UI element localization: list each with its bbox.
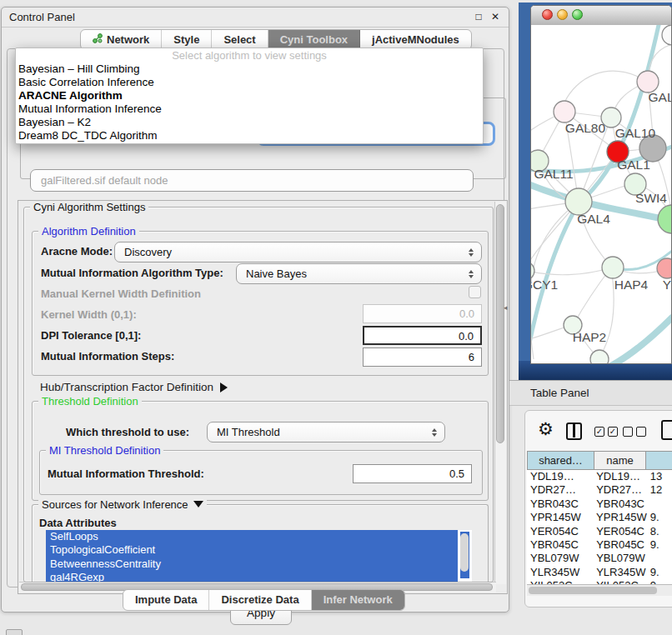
- dropdown-item-selected[interactable]: ARACNE Algorithm: [16, 89, 483, 102]
- split-columns-icon[interactable]: [566, 422, 582, 440]
- mi-threshold-field[interactable]: 0.5: [353, 464, 472, 483]
- which-threshold-label: Which threshold to use:: [66, 426, 189, 438]
- mi-steps-label: Mutual Information Steps:: [41, 350, 174, 362]
- unchecked-checkbox-icon[interactable]: [623, 427, 633, 437]
- tab-discretize-data[interactable]: Discretize Data: [209, 590, 311, 610]
- network-canvas[interactable]: GAL GAL80 GAL10 GAL1 GAL11 SWI4 GAL4 GCY…: [531, 25, 672, 364]
- mi-steps-field[interactable]: 6: [363, 348, 482, 367]
- node-label: GAL10: [615, 126, 656, 140]
- node-bottom-partial[interactable]: [590, 350, 609, 364]
- table-row[interactable]: YBL079WYBL079W: [527, 552, 672, 565]
- mi-algorithm-type-combo[interactable]: Naive Bayes: [236, 263, 482, 284]
- close-window-icon[interactable]: ✕: [489, 10, 502, 23]
- node-green-partial[interactable]: [658, 205, 672, 233]
- data-attributes-list[interactable]: SelfLoops TopologicalCoefficient Between…: [46, 530, 472, 582]
- network-source-combo[interactable]: galFiltered.sif default node: [30, 169, 474, 192]
- cell: YLR345W: [594, 566, 647, 579]
- cell: YDR27…: [527, 483, 594, 497]
- tab-style[interactable]: Style: [162, 30, 212, 49]
- stepper-icon: [428, 428, 441, 437]
- table-horizontal-scrollbar[interactable]: [527, 584, 672, 596]
- checked-checkbox-icon[interactable]: ✓: [608, 427, 618, 437]
- node-label: HAP2: [573, 330, 607, 344]
- document-icon[interactable]: [661, 420, 672, 440]
- cell: YDL19…: [527, 470, 594, 483]
- table-panel-bar: Table Panel: [509, 380, 672, 406]
- threshold-definition-title: Threshold Definition: [38, 395, 142, 408]
- bottom-left-button[interactable]: [6, 629, 23, 635]
- table-row[interactable]: YER054CYER054C8.: [527, 525, 672, 538]
- table-horizontal-scrollbar-thumb[interactable]: [529, 587, 657, 594]
- node-label: Y: [663, 278, 671, 292]
- panel-divider-handle[interactable]: ◂: [504, 303, 508, 312]
- cell: YBR045C: [594, 538, 647, 552]
- cell: [647, 552, 672, 565]
- tab-jactivemnodules[interactable]: jActiveMNodules: [360, 30, 471, 49]
- minimize-traffic-light-icon[interactable]: [557, 9, 568, 20]
- tab-network[interactable]: Network: [81, 30, 162, 49]
- float-window-icon[interactable]: □: [472, 10, 485, 23]
- cell: 12: [647, 483, 672, 497]
- table-header: shared… name: [527, 451, 672, 470]
- zoom-traffic-light-icon[interactable]: [572, 9, 583, 20]
- table-row[interactable]: YLR345WYLR345W9.: [527, 566, 672, 579]
- tab-infer-network[interactable]: Infer Network: [312, 590, 404, 610]
- checked-checkbox-icon[interactable]: ✓: [594, 427, 604, 437]
- dropdown-item[interactable]: Basic Correlation Inference: [16, 76, 483, 89]
- list-item[interactable]: SelfLoops: [46, 530, 458, 543]
- list-item[interactable]: BetweennessCentrality: [46, 558, 458, 571]
- dpi-tolerance-field[interactable]: 0.0: [363, 326, 482, 345]
- node-hap4[interactable]: [602, 257, 624, 278]
- list-scrollbar[interactable]: [460, 532, 469, 578]
- dropdown-item[interactable]: Mutual Information Inference: [16, 102, 483, 116]
- vertical-scrollbar-thumb[interactable]: [496, 204, 504, 443]
- node-label: GAL4: [577, 212, 610, 226]
- table-row[interactable]: YBR045CYBR045C9.: [527, 538, 672, 552]
- table-row[interactable]: YDR27…YDR27…12: [527, 483, 672, 497]
- gear-icon[interactable]: ⚙: [538, 420, 554, 438]
- dropdown-item[interactable]: Bayesian – K2: [16, 116, 483, 129]
- collapse-down-icon: [193, 501, 203, 508]
- table-rows[interactable]: YDL19…YDL19…13 YDR27…YDR27…12 YBR043CYBR…: [527, 470, 672, 584]
- dropdown-item[interactable]: Bayesian – Hill Climbing: [16, 62, 483, 76]
- list-scrollbar-thumb[interactable]: [460, 533, 469, 572]
- tab-style-label: Style: [173, 31, 199, 49]
- unchecked-checkbox-icon[interactable]: [636, 427, 646, 437]
- cell: YBR043C: [527, 498, 594, 511]
- aracne-mode-value: Discovery: [115, 246, 464, 258]
- network-graph: GAL GAL80 GAL10 GAL1 GAL11 SWI4 GAL4 GCY…: [531, 25, 672, 364]
- cell: YBL079W: [527, 552, 594, 565]
- close-traffic-light-icon[interactable]: [542, 9, 553, 20]
- vertical-scrollbar[interactable]: [494, 202, 506, 584]
- tab-cyni-toolbox[interactable]: Cyni Toolbox: [268, 30, 360, 49]
- tab-select[interactable]: Select: [212, 30, 268, 49]
- kernel-width-field[interactable]: 0.0: [363, 304, 482, 323]
- list-item[interactable]: gal4RGexp: [46, 571, 458, 582]
- manual-kernel-width-label: Manual Kernel Width Definition: [41, 288, 201, 300]
- hub-definition-expander[interactable]: Hub/Transcription Factor Definition: [40, 381, 228, 393]
- column-header-partial[interactable]: [646, 451, 672, 470]
- table-row[interactable]: YBR043CYBR043C: [527, 498, 672, 511]
- column-header-name[interactable]: name: [594, 451, 646, 470]
- table-row[interactable]: YDL19…YDL19…13: [527, 470, 672, 483]
- manual-kernel-width-checkbox[interactable]: [469, 286, 481, 298]
- bottom-tabs: Impute Data Discretize Data Infer Networ…: [123, 589, 405, 611]
- table-panel-title: Table Panel: [530, 387, 589, 399]
- node-unlabeled[interactable]: [662, 25, 672, 45]
- tab-impute-data[interactable]: Impute Data: [123, 590, 209, 610]
- node-pink-partial[interactable]: [657, 258, 672, 278]
- cell: 8.: [647, 525, 672, 538]
- sources-title[interactable]: Sources for Network Inference: [38, 498, 207, 511]
- which-threshold-combo[interactable]: MI Threshold: [207, 422, 445, 442]
- tab-cyni-toolbox-label: Cyni Toolbox: [280, 31, 348, 49]
- network-window-titlebar[interactable]: [531, 6, 671, 26]
- algorithm-definition-title: Algorithm Definition: [38, 225, 139, 238]
- list-item[interactable]: TopologicalCoefficient: [46, 543, 458, 557]
- dropdown-item[interactable]: Dream8 DC_TDC Algorithm: [16, 129, 483, 142]
- mi-algorithm-type-value: Naive Bayes: [237, 268, 464, 280]
- aracne-mode-combo[interactable]: Discovery: [114, 242, 482, 262]
- column-header-shared[interactable]: shared…: [527, 451, 594, 470]
- node-gal80[interactable]: [554, 101, 575, 122]
- table-row[interactable]: YPR145WYPR145W9.: [527, 511, 672, 524]
- cell: YBL079W: [594, 552, 647, 565]
